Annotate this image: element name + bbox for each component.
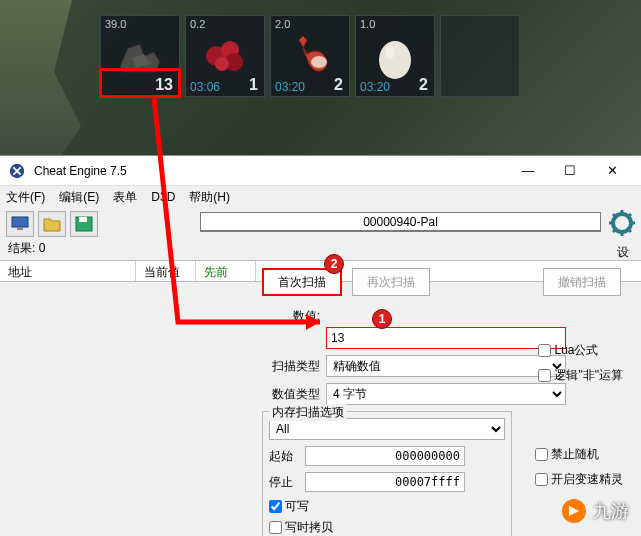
inventory-bar: 39.0 13 0.2 03:06 1 2.0 03:20 2 1.0 03:2… (100, 15, 520, 97)
annotation-badge-1: 1 (372, 309, 392, 329)
menubar: 文件(F) 编辑(E) 表单 D3D 帮助(H) (0, 186, 641, 208)
col-current[interactable]: 当前值 (136, 261, 196, 281)
meat-icon (285, 34, 335, 78)
egg-icon (372, 34, 418, 80)
slot-weight: 1.0 (360, 18, 375, 30)
save-button[interactable] (70, 211, 98, 237)
toolbar: 00000940-Pal (0, 208, 641, 240)
menu-table[interactable]: 表单 (113, 189, 137, 206)
writable-label: 可写 (285, 498, 309, 515)
speedhack-label: 开启变速精灵 (551, 471, 623, 488)
norandom-checkbox[interactable] (535, 448, 548, 461)
settings-icon[interactable] (609, 210, 635, 236)
close-button[interactable]: ✕ (591, 157, 633, 185)
results-count: 0 (39, 241, 46, 255)
svg-point-5 (379, 41, 411, 79)
slot-weight: 2.0 (275, 18, 290, 30)
inventory-slot-empty[interactable] (440, 15, 520, 97)
annotation-badge-2: 2 (324, 254, 344, 274)
speedhack-checkbox[interactable] (535, 473, 548, 486)
slot-count: 1 (249, 76, 258, 94)
computer-icon (10, 215, 30, 233)
slot-count: 2 (419, 76, 428, 94)
right-checkboxes-1: Lua公式 逻辑"非"运算 (538, 342, 623, 388)
value-type-select[interactable]: 4 字节 (326, 383, 566, 405)
scan-panel: 首次扫描 2 再次扫描 撤销扫描 数值: 1 扫描类型 精确数值 数值类型 4 … (262, 268, 641, 536)
slot-timer: 03:06 (190, 80, 220, 94)
cheat-engine-window: Cheat Engine 7.5 — ☐ ✕ 文件(F) 编辑(E) 表单 D3… (0, 155, 641, 536)
svg-rect-11 (79, 217, 87, 222)
undo-scan-button[interactable]: 撤销扫描 (543, 268, 621, 296)
stop-input[interactable] (305, 472, 465, 492)
folder-icon (42, 215, 62, 233)
watermark-text: 九游 (593, 499, 629, 523)
settings-label[interactable]: 设 (617, 244, 629, 261)
titlebar[interactable]: Cheat Engine 7.5 — ☐ ✕ (0, 156, 641, 186)
col-address[interactable]: 地址 (0, 261, 136, 281)
svg-point-3 (215, 57, 229, 71)
menu-d3d[interactable]: D3D (151, 190, 175, 204)
menu-file[interactable]: 文件(F) (6, 189, 45, 206)
menu-edit[interactable]: 编辑(E) (59, 189, 99, 206)
slot-timer: 03:20 (275, 80, 305, 94)
slot-timer: 03:20 (360, 80, 390, 94)
window-title: Cheat Engine 7.5 (34, 164, 507, 178)
cow-checkbox[interactable] (269, 521, 282, 534)
inventory-slot-2[interactable]: 0.2 03:06 1 (185, 15, 265, 97)
next-scan-button[interactable]: 再次扫描 (352, 268, 430, 296)
slot-weight: 39.0 (105, 18, 126, 30)
range-select[interactable]: All (269, 418, 505, 440)
value-input[interactable] (326, 327, 566, 349)
norandom-label: 禁止随机 (551, 446, 599, 463)
inventory-slot-4[interactable]: 1.0 03:20 2 (355, 15, 435, 97)
lua-checkbox[interactable] (538, 344, 551, 357)
inventory-slot-3[interactable]: 2.0 03:20 2 (270, 15, 350, 97)
watermark: 九游 (561, 498, 629, 524)
highlight-box (99, 68, 181, 98)
results-label: 结果: (8, 241, 35, 255)
value-type-label: 数值类型 (262, 386, 320, 403)
lua-label: Lua公式 (554, 342, 598, 359)
process-display[interactable]: 00000940-Pal (200, 212, 601, 232)
col-previous[interactable]: 先前 (196, 261, 256, 281)
not-checkbox[interactable] (538, 369, 551, 382)
memory-scan-options: 内存扫描选项 All 起始 停止 可写 写时拷贝 (262, 411, 512, 536)
slot-count: 2 (334, 76, 343, 94)
svg-rect-9 (17, 227, 23, 230)
app-icon (8, 162, 26, 180)
svg-point-4 (311, 56, 327, 68)
mem-group-title: 内存扫描选项 (269, 404, 347, 421)
open-process-button[interactable] (6, 211, 34, 237)
berries-icon (200, 34, 250, 74)
results-line: 结果: 0 (0, 240, 641, 260)
open-file-button[interactable] (38, 211, 66, 237)
scan-type-label: 扫描类型 (262, 358, 320, 375)
scan-type-select[interactable]: 精确数值 (326, 355, 566, 377)
svg-point-13 (618, 219, 626, 227)
inventory-slot-1[interactable]: 39.0 13 (100, 15, 180, 97)
stop-label: 停止 (269, 474, 299, 491)
watermark-icon (561, 498, 587, 524)
svg-point-6 (385, 45, 395, 59)
maximize-button[interactable]: ☐ (549, 157, 591, 185)
value-label: 数值: (262, 308, 320, 325)
writable-checkbox[interactable] (269, 500, 282, 513)
minimize-button[interactable]: — (507, 157, 549, 185)
not-label: 逻辑"非"运算 (554, 367, 623, 384)
start-label: 起始 (269, 448, 299, 465)
menu-help[interactable]: 帮助(H) (189, 189, 230, 206)
start-input[interactable] (305, 446, 465, 466)
slot-weight: 0.2 (190, 18, 205, 30)
cow-label: 写时拷贝 (285, 519, 333, 536)
floppy-icon (74, 215, 94, 233)
right-checkboxes-2: 禁止随机 开启变速精灵 (535, 446, 623, 492)
svg-rect-8 (12, 217, 28, 227)
